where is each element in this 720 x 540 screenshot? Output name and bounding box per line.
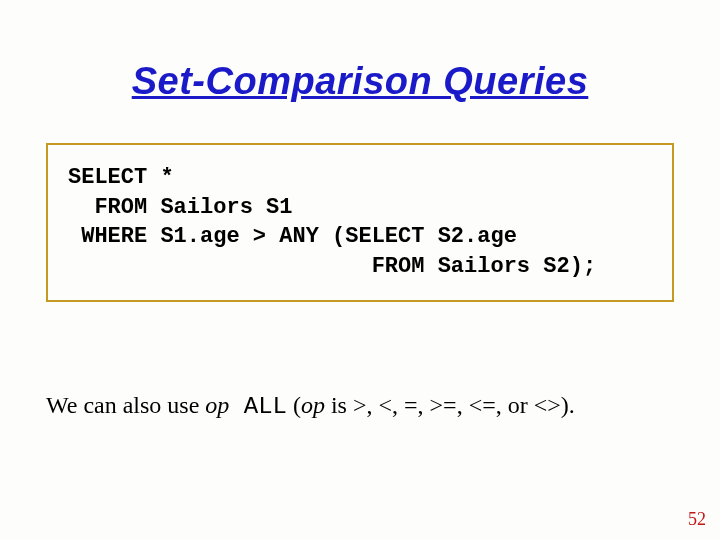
code-line-4: FROM Sailors S2); [68,252,652,282]
code-line-2: FROM Sailors S1 [68,193,652,223]
page-number: 52 [688,509,706,530]
body-part3: is >, <, =, >=, <=, or <>). [325,392,575,418]
body-all: ALL [229,393,287,420]
body-text: We can also use op ALL (op is >, <, =, >… [40,392,680,420]
body-part1: We can also use [46,392,205,418]
body-part2: ( [287,392,301,418]
body-op2: op [301,392,325,418]
code-line-1: SELECT * [68,163,652,193]
slide-title: Set-Comparison Queries [40,60,680,103]
sql-code-box: SELECT * FROM Sailors S1 WHERE S1.age > … [46,143,674,302]
body-op1: op [205,392,229,418]
slide: Set-Comparison Queries SELECT * FROM Sai… [0,0,720,540]
code-line-3: WHERE S1.age > ANY (SELECT S2.age [68,222,652,252]
